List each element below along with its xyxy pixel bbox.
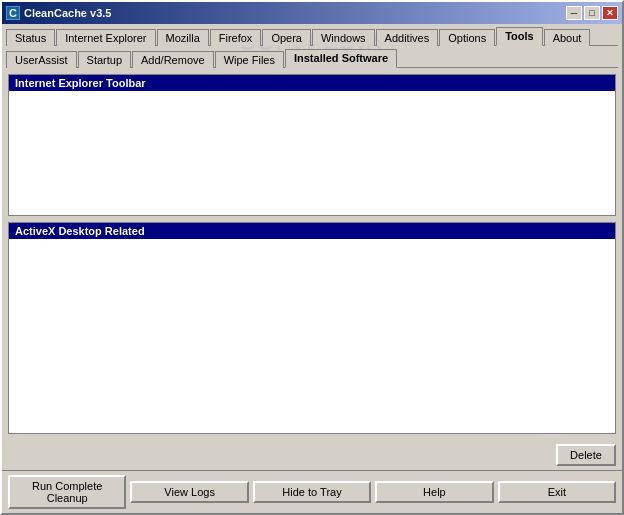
delete-button[interactable]: Delete	[556, 444, 616, 466]
tab-tools[interactable]: Tools	[496, 27, 543, 46]
tab-firefox[interactable]: Firefox	[210, 29, 262, 46]
title-bar: C CleanCache v3.5 ─ □ ✕	[2, 2, 622, 24]
subtab-userassist[interactable]: UserAssist	[6, 51, 77, 68]
activex-header: ActiveX Desktop Related	[9, 223, 615, 239]
tab-options[interactable]: Options	[439, 29, 495, 46]
hide-to-tray-button[interactable]: Hide to Tray	[253, 481, 371, 503]
tab-mozilla[interactable]: Mozilla	[157, 29, 209, 46]
close-button[interactable]: ✕	[602, 6, 618, 20]
subtab-addremove[interactable]: Add/Remove	[132, 51, 214, 68]
run-complete-cleanup-button[interactable]: Run Complete Cleanup	[8, 475, 126, 509]
content-area: Internet Explorer Toolbar ActiveX Deskto…	[2, 68, 622, 440]
ie-toolbar-header: Internet Explorer Toolbar	[9, 75, 615, 91]
subtabs-row: UserAssist Startup Add/Remove Wipe Files…	[6, 46, 618, 68]
window-title: CleanCache v3.5	[24, 7, 111, 19]
ie-toolbar-panel: Internet Explorer Toolbar	[8, 74, 616, 216]
subtab-wipefiles[interactable]: Wipe Files	[215, 51, 284, 68]
main-tabs-row: Status Internet Explorer Mozilla Firefox…	[6, 26, 618, 46]
tab-about[interactable]: About	[544, 29, 591, 46]
subtab-startup[interactable]: Startup	[78, 51, 131, 68]
help-button[interactable]: Help	[375, 481, 493, 503]
title-bar-left: C CleanCache v3.5	[6, 6, 111, 20]
main-window: C CleanCache v3.5 ─ □ ✕ SOFTPEDIA Status…	[0, 0, 624, 515]
view-logs-button[interactable]: View Logs	[130, 481, 248, 503]
title-controls: ─ □ ✕	[566, 6, 618, 20]
tab-internet-explorer[interactable]: Internet Explorer	[56, 29, 155, 46]
app-icon: C	[6, 6, 20, 20]
footer: Run Complete Cleanup View Logs Hide to T…	[2, 470, 622, 513]
subtab-installed-software[interactable]: Installed Software	[285, 49, 397, 68]
minimize-button[interactable]: ─	[566, 6, 582, 20]
bottom-actions: Delete	[2, 440, 622, 470]
exit-button[interactable]: Exit	[498, 481, 616, 503]
tab-opera[interactable]: Opera	[262, 29, 311, 46]
activex-body	[9, 239, 615, 433]
tab-windows[interactable]: Windows	[312, 29, 375, 46]
tab-status[interactable]: Status	[6, 29, 55, 46]
menu-area: Status Internet Explorer Mozilla Firefox…	[2, 24, 622, 68]
tab-additives[interactable]: Additives	[376, 29, 439, 46]
activex-panel: ActiveX Desktop Related	[8, 222, 616, 434]
maximize-button[interactable]: □	[584, 6, 600, 20]
ie-toolbar-body	[9, 91, 615, 215]
